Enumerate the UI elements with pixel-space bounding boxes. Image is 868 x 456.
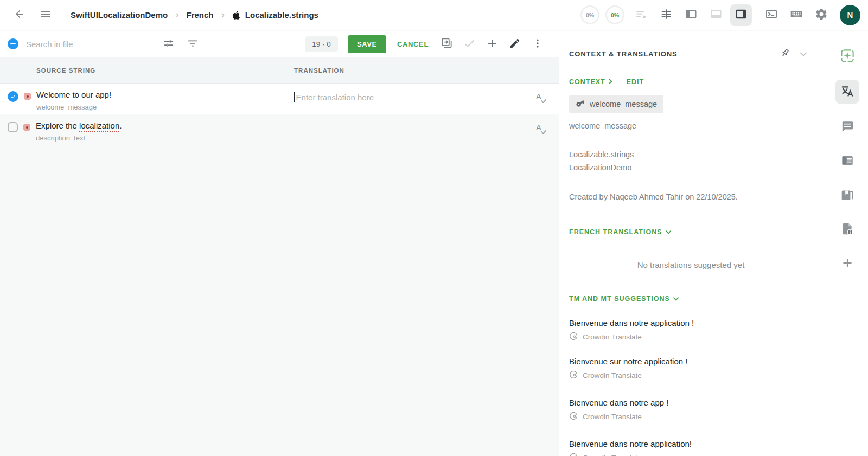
translation-input[interactable]: Enter translation here [294, 92, 374, 102]
suggestion-text: Bienvenue sur notre application ! [569, 357, 813, 366]
suggestion-item[interactable]: Bienvenue sur notre application ! Crowdi… [569, 357, 813, 381]
translate-icon [840, 84, 855, 100]
apple-icon [232, 10, 240, 20]
context-panel: CONTEXT & TRANSLATIONS CONTEXT EDIT welc… [559, 30, 826, 456]
copy-icon [441, 37, 453, 51]
right-panel-view-button[interactable] [730, 4, 752, 26]
no-translations-message: No translations suggested yet [569, 260, 813, 269]
suggestion-provider: Crowdin Translate [583, 371, 642, 380]
cancel-button[interactable]: CANCEL [397, 40, 429, 48]
main-menu-button[interactable] [35, 4, 56, 26]
text-caret [294, 92, 295, 102]
breadcrumb-file[interactable]: Localizable.strings [232, 10, 318, 20]
row-checkbox-checked[interactable] [8, 91, 18, 102]
column-header-source: SOURCE STRING [36, 67, 95, 74]
filter-lines-icon [187, 37, 199, 51]
editor-panel: 19 · 0 SAVE CANCEL SOURCE STRING TRANSLA… [0, 30, 559, 456]
suggestion-item[interactable]: Bienvenue dans notre application! Crowdi… [569, 439, 813, 456]
editor-toolbar: 19 · 0 SAVE CANCEL [0, 30, 559, 57]
edit-string-button[interactable] [506, 35, 524, 53]
suggestion-item[interactable]: Bienvenue dans notre app ! Crowdin Trans… [569, 398, 813, 422]
back-button[interactable] [9, 4, 30, 26]
crowdin-translate-icon [569, 371, 578, 381]
string-key-label: welcome_message [569, 121, 813, 130]
source-string: Welcome to our app! [36, 90, 275, 99]
add-panel-tab[interactable] [837, 253, 858, 274]
french-translations-section-toggle[interactable]: FRENCH TRANSLATIONS [569, 228, 671, 236]
glossary-tab[interactable] [837, 184, 858, 206]
spellcheck-toggle[interactable]: A [535, 123, 547, 135]
shortcuts-button[interactable] [786, 4, 807, 26]
file-info-tab[interactable] [837, 219, 858, 240]
pencil-icon [509, 37, 521, 51]
plus-icon [486, 37, 499, 52]
gear-icon [815, 8, 828, 22]
translations-tab[interactable] [835, 80, 859, 104]
bottom-panel-icon [710, 8, 723, 22]
left-panel-view-button[interactable] [680, 4, 702, 26]
suggestion-provider: Crowdin Translate [583, 333, 642, 341]
select-all-checkbox[interactable] [8, 38, 18, 49]
bottom-panel-view-button[interactable] [705, 4, 727, 26]
suggestion-text: Bienvenue dans notre application ! [569, 318, 813, 327]
chevron-down-small-icon [673, 295, 679, 303]
file-info-icon [840, 222, 854, 237]
left-panel-icon [685, 8, 698, 22]
breadcrumb-language[interactable]: French [187, 10, 214, 20]
add-string-button[interactable] [483, 35, 501, 53]
approve-button[interactable] [460, 35, 478, 53]
panel-tab-strip [826, 30, 868, 456]
top-bar: SwiftUILocalizationDemo › French › Local… [0, 0, 868, 30]
suggestion-provider: Crowdin Translate [583, 413, 642, 421]
arrow-left-icon [14, 8, 25, 22]
tm-mt-section-toggle[interactable]: TM AND MT SUGGESTIONS [569, 295, 679, 303]
hamburger-icon [40, 8, 52, 22]
table-row[interactable]: Welcome to our app! welcome_message Ente… [0, 84, 559, 114]
side-by-side-view-button[interactable] [655, 4, 677, 26]
lines-pencil-icon [635, 8, 648, 22]
context-details-tab[interactable] [837, 150, 858, 172]
context-section-toggle[interactable]: CONTEXT [569, 78, 612, 86]
suggestion-text: Bienvenue dans notre app ! [569, 398, 813, 407]
pin-panel-button[interactable] [776, 44, 794, 63]
translation-progress-ring[interactable]: 0% [580, 5, 599, 24]
ai-assistant-tab[interactable] [837, 46, 858, 67]
misspelled-word: localization [79, 121, 119, 130]
row-checkbox-unchecked[interactable] [8, 122, 18, 132]
ai-sparkle-icon [839, 48, 856, 66]
right-panel-icon [735, 8, 748, 22]
sliders-icon [163, 37, 175, 51]
keyboard-icon [789, 7, 803, 23]
context-file-name: Localizable.strings [569, 149, 813, 162]
table-row[interactable]: Explore the localization. description_te… [0, 114, 559, 146]
spellcheck-toggle[interactable]: A [535, 92, 547, 104]
pushpin-icon [780, 48, 790, 60]
console-button[interactable] [761, 4, 782, 26]
advanced-filter-button[interactable] [159, 35, 178, 53]
context-project-name: LocalizationDemo [569, 162, 813, 175]
avatar[interactable]: N [840, 5, 860, 25]
suggestion-provider: Crowdin Translate [583, 454, 642, 456]
terminal-icon [765, 8, 778, 22]
check-icon [463, 37, 476, 52]
save-button[interactable]: SAVE [348, 35, 386, 53]
copy-source-button[interactable] [437, 35, 456, 53]
column-header-translation: TRANSLATION [294, 67, 344, 74]
chevron-right-icon: › [221, 9, 225, 21]
key-icon [576, 99, 585, 110]
string-key-chip[interactable]: welcome_message [569, 95, 663, 113]
more-options-button[interactable] [528, 35, 547, 53]
crowdin-translate-icon [569, 453, 578, 456]
multicolumn-view-icon [660, 8, 673, 22]
collapse-panel-button[interactable] [794, 44, 813, 63]
approval-progress-ring[interactable]: 0% [605, 5, 624, 24]
suggestion-item[interactable]: Bienvenue dans notre application ! Crowd… [569, 318, 813, 342]
comments-tab[interactable] [837, 116, 858, 138]
settings-button[interactable] [810, 4, 832, 26]
panel-title: CONTEXT & TRANSLATIONS [569, 50, 678, 58]
breadcrumb-project[interactable]: SwiftUILocalizationDemo [71, 10, 168, 20]
search-input[interactable] [26, 40, 141, 49]
filter-button[interactable] [183, 35, 202, 53]
draft-translations-button[interactable] [630, 4, 652, 26]
edit-context-button[interactable]: EDIT [627, 78, 644, 86]
